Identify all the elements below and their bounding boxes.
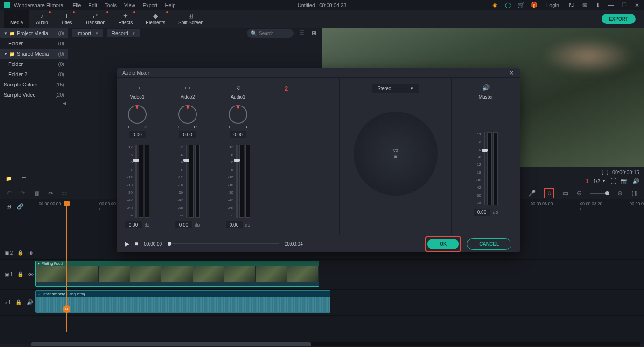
- undo-icon[interactable]: ↶: [7, 190, 12, 197]
- db-scale: 1260-6-12-18-30-42-60-∞: [474, 132, 481, 205]
- visibility-icon[interactable]: 👁: [28, 272, 34, 277]
- project-title: Untitled : 00:00:04:23: [298, 2, 347, 8]
- audio-mode-dropdown[interactable]: Stereo▼: [372, 84, 419, 93]
- db-value[interactable]: 0.00: [125, 221, 142, 228]
- split-at-playhead-icon[interactable]: ✂: [63, 305, 70, 313]
- ok-button[interactable]: OK: [427, 239, 459, 249]
- support-icon[interactable]: ◯: [504, 2, 511, 8]
- tab-split-screen[interactable]: ⊞Split Screen: [172, 10, 210, 28]
- sidebar-item-folder2[interactable]: Folder 2(0): [0, 69, 68, 79]
- playhead[interactable]: ✂: [66, 201, 67, 332]
- master-fader[interactable]: [484, 132, 485, 205]
- zoom-dropdown[interactable]: 1/2▼: [593, 178, 606, 184]
- minimize-icon[interactable]: —: [608, 2, 614, 8]
- chevron-down-icon: ▼: [4, 52, 7, 56]
- sidebar-item-folder[interactable]: Folder(0): [0, 59, 68, 69]
- pan-knob[interactable]: [178, 105, 197, 124]
- settings-icon[interactable]: ☷: [62, 190, 67, 197]
- mark-out-icon[interactable]: }: [607, 170, 609, 175]
- gift-icon[interactable]: 🎁: [531, 2, 537, 8]
- volume-icon[interactable]: 🔊: [632, 178, 639, 184]
- tab-effects[interactable]: ✦Effects: [112, 10, 139, 28]
- search-box[interactable]: 🔍: [247, 29, 294, 38]
- mark-in-icon[interactable]: {: [602, 170, 603, 175]
- lock-icon[interactable]: 🔒: [17, 250, 24, 256]
- timeline-scrollbar[interactable]: [31, 342, 640, 344]
- menu-edit[interactable]: Edit: [84, 2, 101, 8]
- search-input[interactable]: [259, 31, 287, 36]
- lock-icon[interactable]: 🔒: [17, 271, 24, 277]
- volume-fader[interactable]: [135, 145, 137, 218]
- zoom-out-icon[interactable]: ⊖: [577, 190, 582, 197]
- audio-mixer-icon[interactable]: ♫: [544, 188, 554, 198]
- mute-icon[interactable]: 🔊: [27, 299, 33, 305]
- pan-knob[interactable]: [229, 105, 247, 124]
- tab-transition[interactable]: ⇄Transition: [78, 10, 112, 28]
- play-icon[interactable]: ▶: [125, 241, 129, 247]
- video-clip[interactable]: ▸Plating Food: [35, 261, 319, 287]
- cut-icon[interactable]: ✂: [48, 190, 53, 197]
- grid-view-icon[interactable]: ⊞: [310, 30, 318, 36]
- voiceover-icon[interactable]: 🎤: [528, 190, 536, 197]
- sidebar-project-media[interactable]: ▼ 📁 Project Media (0): [0, 28, 68, 38]
- add-track-icon[interactable]: ⊞: [7, 203, 11, 210]
- new-bin-icon[interactable]: 🗀: [21, 176, 27, 182]
- save-icon[interactable]: 🖫: [568, 2, 575, 8]
- pan-value[interactable]: 0.00: [179, 131, 196, 138]
- fullscreen-icon[interactable]: ⛶: [610, 178, 616, 184]
- tab-audio[interactable]: ♪Audio: [29, 10, 55, 28]
- new-folder-icon[interactable]: 📁: [6, 176, 12, 182]
- import-dropdown[interactable]: Import▼: [72, 29, 103, 37]
- tab-media[interactable]: ▦Media: [4, 10, 29, 28]
- download-icon[interactable]: ⬇: [595, 2, 601, 8]
- tab-elements[interactable]: ◆Elements: [139, 10, 172, 28]
- mixer-seek-bar[interactable]: [168, 243, 279, 244]
- redo-icon[interactable]: ↷: [20, 190, 25, 197]
- mail-icon[interactable]: ✉: [581, 2, 588, 8]
- render-icon[interactable]: ▭: [563, 190, 568, 197]
- menu-export[interactable]: Export: [139, 2, 161, 8]
- zoom-in-icon[interactable]: ⊕: [617, 190, 623, 197]
- sidebar-collapse-handle[interactable]: ◀: [0, 100, 68, 106]
- stop-icon[interactable]: ■: [135, 241, 138, 247]
- sidebar-item-folder[interactable]: Folder(0): [0, 38, 68, 49]
- tab-titles[interactable]: TTitles: [55, 10, 79, 28]
- volume-fader[interactable]: [236, 145, 238, 218]
- sidebar-item-sample-colors[interactable]: Sample Colors(15): [0, 79, 68, 90]
- callout-1: 1: [586, 178, 588, 184]
- maximize-icon[interactable]: ❐: [621, 2, 627, 8]
- export-button[interactable]: EXPORT: [602, 14, 636, 24]
- master-db-value[interactable]: 0.00: [474, 209, 490, 216]
- visibility-icon[interactable]: 👁: [28, 250, 34, 256]
- record-dropdown[interactable]: Record▼: [107, 29, 140, 37]
- sidebar-item-sample-video[interactable]: Sample Video(20): [0, 90, 68, 100]
- snapshot-icon[interactable]: 📷: [621, 178, 628, 184]
- db-value[interactable]: 0.00: [175, 221, 192, 228]
- premium-icon[interactable]: ◉: [491, 2, 498, 8]
- audio-clip[interactable]: ♪Other scenery (Long intro): [35, 290, 330, 313]
- delete-icon[interactable]: 🗑: [34, 190, 40, 197]
- menu-view[interactable]: View: [120, 2, 139, 8]
- close-window-icon[interactable]: ✕: [634, 2, 640, 8]
- zoom-slider[interactable]: [590, 193, 609, 194]
- menu-file[interactable]: File: [69, 2, 85, 8]
- lock-icon[interactable]: 🔒: [15, 299, 22, 305]
- filter-icon[interactable]: ☰: [297, 30, 306, 36]
- dialog-close-icon[interactable]: ✕: [509, 69, 514, 77]
- menu-tools[interactable]: Tools: [101, 2, 120, 8]
- search-icon: 🔍: [251, 30, 257, 36]
- login-button[interactable]: Login: [544, 2, 562, 8]
- menu-help[interactable]: Help: [161, 2, 179, 8]
- zoom-fit-icon[interactable]: ⫿⫿: [631, 190, 637, 197]
- volume-fader[interactable]: [186, 145, 187, 218]
- cart-icon[interactable]: 🛒: [518, 2, 524, 8]
- pan-knob[interactable]: [128, 105, 147, 124]
- pan-value[interactable]: 0.00: [230, 131, 246, 138]
- cancel-button[interactable]: CANCEL: [467, 238, 511, 250]
- link-icon[interactable]: 🔗: [17, 203, 24, 210]
- channel-name: Video2: [181, 94, 195, 99]
- sidebar-shared-media[interactable]: ▼ 📁 Shared Media (0): [0, 49, 68, 59]
- db-value[interactable]: 0.00: [226, 221, 243, 228]
- pan-value[interactable]: 0.00: [129, 131, 146, 138]
- surround-pad[interactable]: V2⊞: [354, 112, 438, 196]
